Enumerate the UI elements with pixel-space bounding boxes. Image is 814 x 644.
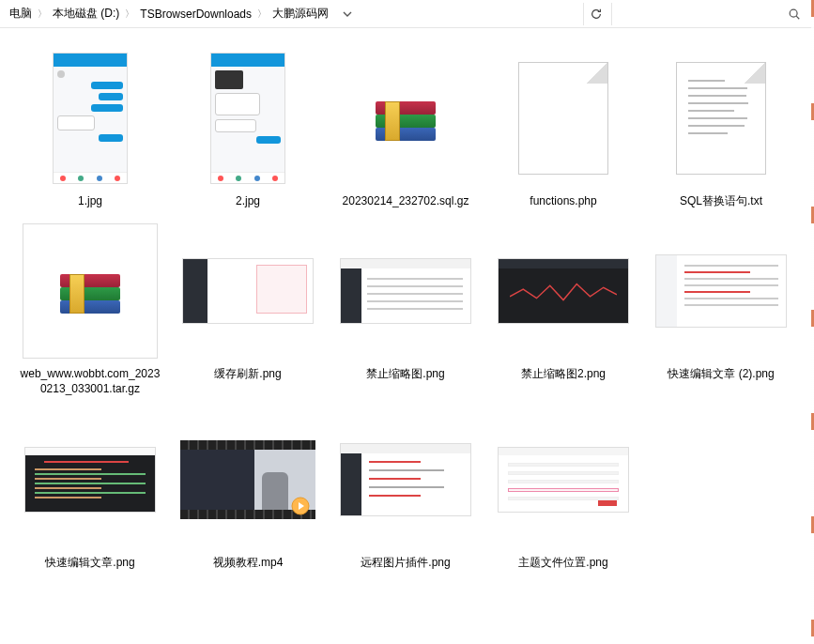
breadcrumb-seg-drive[interactable]: 本地磁盘 (D:) [53, 6, 119, 22]
chevron-right-icon: 〉 [38, 8, 47, 21]
archive-thumbnail [23, 223, 158, 359]
breadcrumb-dropdown[interactable] [340, 4, 355, 24]
file-item[interactable]: 主题文件位置.png [484, 405, 642, 577]
file-item[interactable]: 20230214_232702.sql.gz [327, 43, 484, 216]
search-box[interactable] [611, 3, 808, 25]
image-thumbnail [24, 447, 156, 513]
file-grid: 1.jpg 2.jpg 20230214_23270 [0, 28, 814, 592]
file-label: SQL替换语句.txt [680, 193, 762, 208]
image-thumbnail [655, 254, 787, 328]
image-thumbnail [53, 53, 128, 184]
file-item[interactable]: 禁止缩略图.png [327, 216, 484, 404]
file-item[interactable]: 远程图片插件.png [327, 405, 484, 577]
chevron-right-icon: 〉 [125, 8, 134, 21]
archive-icon [60, 268, 120, 314]
search-icon [788, 8, 801, 21]
breadcrumb-seg-downloads[interactable]: TSBrowserDownloads [140, 8, 252, 21]
file-item[interactable]: SQL替换语句.txt [642, 43, 800, 216]
file-label: 1.jpg [78, 193, 102, 208]
file-label: 视频教程.mp4 [213, 555, 284, 570]
image-thumbnail [498, 258, 629, 324]
file-label: 远程图片插件.png [361, 555, 450, 570]
file-label: web_www.wobbt.com_20230213_033001.tar.gz [20, 366, 161, 396]
image-thumbnail [498, 447, 629, 513]
file-label: 2.jpg [236, 193, 260, 208]
svg-line-1 [796, 16, 799, 19]
archive-icon [376, 96, 436, 141]
file-label: 快速编辑文章.png [45, 555, 134, 570]
play-icon [291, 497, 310, 515]
refresh-icon [590, 8, 603, 21]
file-label: 缓存刷新.png [214, 366, 281, 381]
file-label: functions.php [530, 193, 596, 208]
file-label: 20230214_232702.sql.gz [343, 193, 469, 208]
file-item[interactable]: 禁止缩略图2.png [484, 216, 642, 404]
file-item[interactable]: 快速编辑文章 (2).png [642, 216, 800, 404]
file-item[interactable]: 快速编辑文章.png [11, 405, 169, 577]
breadcrumb: 电脑 〉 本地磁盘 (D:) 〉 TSBrowserDownloads 〉 大鹏… [6, 6, 329, 22]
image-thumbnail [210, 53, 285, 184]
chevron-right-icon: 〉 [257, 8, 267, 21]
file-item[interactable]: functions.php [484, 43, 642, 216]
file-item[interactable]: 缓存刷新.png [169, 216, 327, 404]
chevron-down-icon [343, 9, 352, 19]
file-item[interactable]: 1.jpg [11, 43, 169, 216]
document-icon [518, 62, 608, 175]
breadcrumb-seg-current[interactable]: 大鹏源码网 [272, 6, 329, 22]
file-item[interactable]: web_www.wobbt.com_20230213_033001.tar.gz [11, 216, 169, 404]
file-label: 禁止缩略图.png [366, 366, 444, 381]
file-label: 快速编辑文章 (2).png [668, 366, 774, 381]
svg-point-0 [790, 9, 797, 17]
video-thumbnail [180, 440, 315, 519]
file-item[interactable]: 视频教程.mp4 [169, 405, 327, 577]
address-toolbar: 电脑 〉 本地磁盘 (D:) 〉 TSBrowserDownloads 〉 大鹏… [0, 0, 814, 28]
breadcrumb-seg-computer[interactable]: 电脑 [9, 6, 32, 22]
image-thumbnail [340, 258, 471, 324]
image-thumbnail [340, 443, 471, 516]
refresh-button[interactable] [583, 3, 607, 25]
text-file-icon [676, 62, 766, 175]
file-label: 禁止缩略图2.png [521, 366, 606, 381]
file-label: 主题文件位置.png [518, 555, 607, 570]
image-thumbnail [182, 258, 314, 324]
file-item[interactable]: 2.jpg [169, 43, 327, 216]
